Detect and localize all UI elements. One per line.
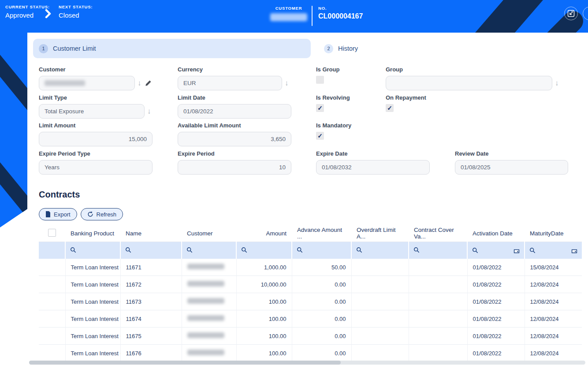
calendar-icon[interactable] — [514, 247, 520, 253]
expire-date-label: Expire Date — [316, 150, 430, 157]
review-date-value: 01/08/2025 — [461, 164, 491, 171]
cell-amount: 100.00 — [236, 345, 292, 362]
export-button[interactable]: Export — [39, 208, 77, 220]
customer-field-label: Customer — [39, 66, 152, 73]
group-field[interactable] — [386, 76, 552, 90]
currency-value: EUR — [183, 80, 196, 86]
limit-type-label: Limit Type — [39, 94, 151, 101]
search-icon — [529, 247, 536, 253]
calendar-icon[interactable] — [571, 247, 577, 253]
currency-dropdown-icon[interactable]: ↓ — [285, 79, 289, 87]
available-limit-amount-field[interactable]: 3,650 — [178, 132, 291, 146]
cell-activation-date: 01/08/2022 — [467, 310, 525, 328]
filter-amount[interactable] — [236, 242, 292, 259]
edit-customer-icon[interactable] — [145, 80, 152, 86]
save-button[interactable] — [564, 7, 578, 20]
col-banking-product: Banking Product — [65, 225, 120, 242]
table-row[interactable]: Term Loan Interest C... 11672 10,000.00 … — [39, 276, 582, 293]
group-dropdown-icon[interactable]: ↓ — [555, 79, 559, 87]
cell-contract-cover — [409, 293, 467, 310]
expire-period-field[interactable]: 10 — [178, 160, 291, 175]
expire-date-field[interactable]: 01/08/2032 — [316, 160, 430, 175]
search-icon — [241, 247, 247, 253]
current-status-label: CURRENT STATUS: — [5, 4, 50, 9]
cell-contract-cover — [409, 259, 467, 276]
current-status-value: Approved — [5, 11, 50, 19]
filter-name[interactable] — [120, 242, 182, 259]
document-icon — [45, 211, 51, 217]
currency-field[interactable]: EUR — [178, 76, 282, 90]
refresh-button[interactable]: Refresh — [81, 208, 123, 220]
filter-activation-date[interactable] — [467, 242, 525, 259]
row-select-cell — [39, 276, 65, 293]
limit-amount-field[interactable]: 15,000 — [39, 132, 153, 146]
cell-customer — [182, 276, 236, 293]
redacted-customer — [187, 281, 224, 287]
search-icon — [472, 247, 478, 253]
expire-date-value: 01/08/2032 — [322, 164, 352, 171]
save-icon — [567, 10, 575, 17]
tab-customer-limit[interactable]: 1 Customer Limit — [33, 39, 311, 58]
header-number: NO. CL000004167 — [318, 6, 363, 20]
on-repayment-checkbox[interactable] — [386, 104, 394, 112]
expire-period-type-label: Expire Period Type — [39, 150, 153, 157]
search-icon — [297, 247, 303, 253]
cell-name: 11671 — [120, 259, 182, 276]
filter-contract-cover[interactable] — [409, 242, 467, 259]
expire-period-label: Expire Period — [178, 150, 291, 157]
is-revolving-label: Is Revolving — [316, 94, 350, 101]
table-filter-row — [39, 242, 582, 259]
filter-overdraft-limit[interactable] — [351, 242, 409, 259]
limit-date-label: Limit Date — [178, 94, 291, 101]
scrollbar-thumb[interactable] — [29, 361, 341, 365]
select-all-checkbox[interactable] — [48, 229, 56, 237]
customer-limit-form: Customer ↓ Currency EUR ↓ Is Group — [27, 66, 588, 194]
redacted-customer-value — [45, 80, 85, 86]
step-number-badge: 2 — [324, 44, 333, 53]
left-decor-band — [0, 33, 27, 235]
cell-activation-date: 01/08/2022 — [467, 328, 525, 345]
review-date-field[interactable]: 01/08/2025 — [455, 160, 568, 175]
table-row[interactable]: Term Loan Interest C... 11673 100.00 0.0… — [39, 293, 582, 310]
expire-period-type-field[interactable]: Years — [39, 160, 153, 175]
filter-customer[interactable] — [182, 242, 236, 259]
is-mandatory-checkbox[interactable] — [316, 132, 324, 140]
limit-type-dropdown-icon[interactable]: ↓ — [147, 108, 151, 115]
filter-banking-product[interactable] — [65, 242, 120, 259]
redacted-customer-name — [270, 13, 307, 21]
is-group-checkbox[interactable] — [316, 76, 324, 84]
cell-overdraft-limit — [351, 259, 409, 276]
next-status-value: Closed — [59, 11, 93, 19]
is-group-label: Is Group — [316, 66, 339, 73]
table-row[interactable]: Term Loan Interest C... 11674 100.00 0.0… — [39, 310, 582, 328]
table-row[interactable]: Term Loan Interest C... 11671 1,000.00 5… — [39, 259, 582, 276]
limit-date-field[interactable]: 01/08/2022 — [178, 104, 291, 119]
filter-maturity-date[interactable] — [525, 242, 582, 259]
row-select-cell — [39, 345, 65, 362]
cell-customer — [182, 328, 236, 345]
customer-field[interactable] — [39, 76, 135, 90]
cell-customer — [182, 259, 236, 276]
cell-activation-date: 01/08/2022 — [467, 276, 525, 293]
cell-banking-product: Term Loan Interest C... — [65, 293, 120, 310]
limit-type-value: Total Exposure — [45, 108, 84, 115]
cell-advance-amount: 0.00 — [292, 328, 351, 345]
col-advance-amount: Advance Amount ... — [292, 225, 351, 242]
customer-dropdown-icon[interactable]: ↓ — [138, 79, 141, 87]
current-status: CURRENT STATUS: Approved — [5, 4, 50, 19]
search-icon — [186, 247, 193, 253]
is-revolving-checkbox[interactable] — [316, 104, 324, 112]
content-card: 1 Customer Limit 2 History Customer ↓ — [27, 33, 588, 365]
tab-history[interactable]: 2 History — [318, 39, 358, 58]
cell-name: 11673 — [120, 293, 182, 310]
table-row[interactable]: Term Loan Interest C... 11676 100.00 0.0… — [39, 345, 582, 362]
is-mandatory-label: Is Mandatory — [316, 122, 351, 129]
filter-advance-amount[interactable] — [292, 242, 351, 259]
table-row[interactable]: Term Loan Interest C... 11675 100.00 0.0… — [39, 328, 582, 345]
limit-type-field[interactable]: Total Exposure — [39, 104, 145, 119]
cell-overdraft-limit — [351, 293, 409, 310]
cell-activation-date: 01/08/2022 — [467, 259, 525, 276]
cell-maturity-date: 12/08/2024 — [525, 310, 582, 328]
cell-maturity-date: 12/08/2024 — [525, 293, 582, 310]
table-header-row: Banking Product Name Customer Amount Adv… — [39, 225, 582, 242]
